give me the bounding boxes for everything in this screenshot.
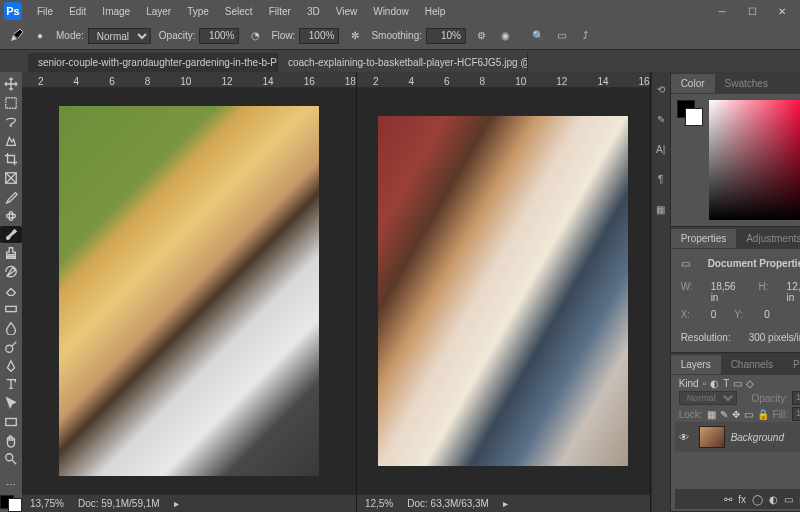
height-value: 12,373 in [787,281,800,303]
lock-all-icon[interactable]: 🔒 [757,409,769,420]
filter-shape-icon[interactable]: ▭ [733,378,742,389]
chevron-right-icon[interactable]: ▸ [174,498,179,509]
paragraph-panel-icon[interactable]: ¶ [652,170,670,188]
menu-select[interactable]: Select [218,3,260,20]
canvas-2[interactable] [357,88,650,494]
doc-info[interactable]: Doc: 63,3M/63,3M [407,498,489,509]
menu-view[interactable]: View [329,3,365,20]
blend-mode[interactable]: Normal [679,391,737,405]
move-tool[interactable] [0,76,22,93]
workspace-icon[interactable]: ▭ [554,28,570,44]
tab-paths[interactable]: Paths [783,355,800,374]
adjustment-layer-icon[interactable]: ◐ [769,494,778,505]
layer-opacity[interactable]: 100% [792,391,800,405]
color-picker[interactable] [709,100,800,220]
brushes-panel-icon[interactable]: ✎ [652,110,670,128]
menu-help[interactable]: Help [418,3,453,20]
close-button[interactable]: ✕ [768,3,796,20]
lock-artboard-icon[interactable]: ▭ [744,409,753,420]
menu-type[interactable]: Type [180,3,216,20]
smoothing-options-icon[interactable]: ⚙ [474,28,490,44]
x-value: 0 [711,309,717,320]
menu-file[interactable]: File [30,3,60,20]
pressure-opacity-icon[interactable]: ◔ [247,28,263,44]
stamp-tool[interactable] [0,245,22,262]
chevron-right-icon[interactable]: ▸ [503,498,508,509]
pressure-size-icon[interactable]: ◉ [498,28,514,44]
zoom-tool[interactable] [0,451,22,468]
tab-adjustments[interactable]: Adjustments [736,229,800,248]
filter-smart-icon[interactable]: ◇ [746,378,754,389]
tab-channels[interactable]: Channels [721,355,783,374]
marquee-tool[interactable] [0,95,22,112]
history-brush-tool[interactable] [0,264,22,281]
brush-size-icon[interactable]: ● [32,28,48,44]
search-icon[interactable]: 🔍 [530,28,546,44]
blur-tool[interactable] [0,320,22,337]
tab-properties[interactable]: Properties [671,229,737,248]
layer-thumbnail[interactable] [699,426,725,448]
layer-name[interactable]: Background [731,432,784,443]
quick-select-tool[interactable] [0,132,22,149]
smoothing-input[interactable]: 10% [426,28,466,44]
type-tool[interactable] [0,376,22,393]
rectangle-tool[interactable] [0,414,22,431]
tab-swatches[interactable]: Swatches [715,74,778,93]
filter-adjust-icon[interactable]: ◐ [710,378,719,389]
menu-filter[interactable]: Filter [262,3,298,20]
lock-pixels-icon[interactable]: ✎ [720,409,728,420]
pen-tool[interactable] [0,357,22,374]
opacity-input[interactable]: 100% [199,28,239,44]
link-layers-icon[interactable]: ⚯ [724,494,732,505]
hand-tool[interactable] [0,432,22,449]
document-icon: ▭ [681,258,690,269]
frame-tool[interactable] [0,170,22,187]
path-select-tool[interactable] [0,395,22,412]
fg-bg-swatch[interactable] [677,100,703,126]
lock-position-icon[interactable]: ✥ [732,409,740,420]
lock-transparent-icon[interactable]: ▦ [707,409,716,420]
dodge-tool[interactable] [0,339,22,356]
menu-layer[interactable]: Layer [139,3,178,20]
canvas-1[interactable] [22,88,356,494]
zoom-level[interactable]: 13,75% [30,498,64,509]
airbrush-icon[interactable]: ✼ [347,28,363,44]
tab-layers[interactable]: Layers [671,355,721,374]
tab-doc1[interactable]: senior-couple-with-grandaughter-gardenin… [28,53,278,72]
zoom-level[interactable]: 12,5% [365,498,393,509]
crop-tool[interactable] [0,151,22,168]
menu-image[interactable]: Image [95,3,137,20]
minimize-button[interactable]: ─ [708,3,736,20]
libraries-panel-icon[interactable]: ▦ [652,200,670,218]
tab-color[interactable]: Color [671,74,715,93]
mode-select[interactable]: Normal [88,28,151,44]
menu-edit[interactable]: Edit [62,3,93,20]
share-icon[interactable]: ⤴ [578,28,594,44]
layer-item[interactable]: 👁 Background 🔒 [675,422,800,452]
eraser-tool[interactable] [0,282,22,299]
group-icon[interactable]: ▭ [784,494,793,505]
layer-fill[interactable]: 100% [792,407,800,421]
menu-3d[interactable]: 3D [300,3,327,20]
history-panel-icon[interactable]: ⟲ [652,80,670,98]
eyedropper-tool[interactable] [0,189,22,206]
menu-window[interactable]: Window [366,3,416,20]
tab-doc2[interactable]: coach-explaining-to-basketball-player-HC… [278,53,528,72]
layer-mask-icon[interactable]: ◯ [752,494,763,505]
filter-pixel-icon[interactable]: ▫ [703,378,707,389]
maximize-button[interactable]: ☐ [738,3,766,20]
brush-preset-icon[interactable] [8,28,24,44]
gradient-tool[interactable] [0,301,22,318]
color-swatches[interactable] [0,495,22,512]
flow-input[interactable]: 100% [299,28,339,44]
doc-info[interactable]: Doc: 59,1M/59,1M [78,498,160,509]
healing-tool[interactable] [0,207,22,224]
layer-style-icon[interactable]: fx [738,494,746,505]
filter-type-icon[interactable]: T [723,378,729,389]
character-panel-icon[interactable]: A| [652,140,670,158]
edit-toolbar[interactable]: ⋯ [0,476,22,493]
brush-tool[interactable] [0,226,22,243]
visibility-icon[interactable]: 👁 [679,432,693,443]
layers-footer: ⚯ fx ◯ ◐ ▭ ⊞ 🗑 [675,489,800,509]
lasso-tool[interactable] [0,114,22,131]
